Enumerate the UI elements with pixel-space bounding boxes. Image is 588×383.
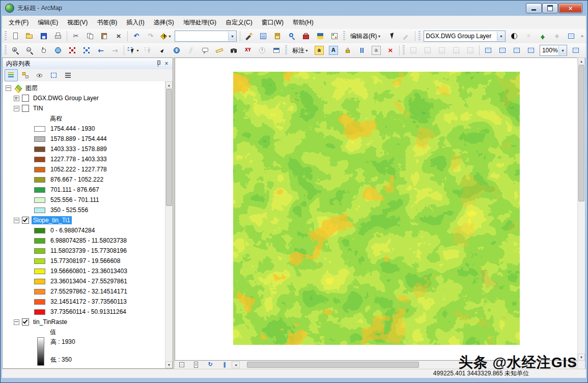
- layers-root-expander[interactable]: [6, 85, 11, 91]
- swipe-button[interactable]: [536, 30, 549, 42]
- edit-arrow-button[interactable]: [385, 30, 399, 42]
- scroll-up-arrow[interactable]: ▲: [578, 57, 585, 65]
- layer-expander-tin[interactable]: [14, 106, 19, 111]
- scroll-down-arrow[interactable]: ▼: [165, 361, 173, 368]
- layer-expander-slope-tin-ti1[interactable]: [14, 218, 19, 223]
- legend-swatch[interactable]: [34, 269, 45, 274]
- delete-button[interactable]: ×: [112, 30, 125, 42]
- toolbar-grip[interactable]: [285, 45, 287, 55]
- legend-swatch[interactable]: [34, 228, 45, 233]
- legend-swatch[interactable]: [34, 126, 45, 132]
- scroll-down-arrow[interactable]: ▼: [578, 353, 585, 361]
- select-features-dropdown-arrow[interactable]: ▼: [136, 49, 139, 52]
- layer-label-slope-tin-ti1[interactable]: Slope_tin_Ti1: [32, 216, 72, 224]
- toolbar-grip[interactable]: [343, 31, 345, 41]
- list-by-visibility-button[interactable]: [33, 69, 46, 81]
- legend-swatch[interactable]: [34, 208, 45, 213]
- add-data-dropdown-arrow[interactable]: ▼: [168, 35, 172, 38]
- open-folder-button[interactable]: [23, 30, 36, 42]
- legend-swatch[interactable]: [34, 187, 45, 193]
- display-zoom-combo[interactable]: 100% ▼: [540, 45, 567, 56]
- scroll-up-arrow[interactable]: ▲: [165, 81, 173, 89]
- undo-button[interactable]: ↶: [130, 30, 143, 42]
- list-by-source-button[interactable]: [19, 69, 32, 81]
- scroll-thumb[interactable]: [247, 362, 419, 368]
- copy-button[interactable]: [83, 30, 97, 42]
- layers-root-label[interactable]: 图层: [24, 83, 39, 93]
- legend-swatch[interactable]: [34, 177, 45, 183]
- pan-button[interactable]: [37, 44, 50, 56]
- identify-button[interactable]: [170, 44, 183, 56]
- html-popup-button[interactable]: [199, 44, 212, 56]
- legend-swatch[interactable]: [34, 197, 45, 203]
- save-button[interactable]: [37, 30, 50, 42]
- toc-scrollbar[interactable]: ▲ ▼: [165, 81, 173, 368]
- map-scale-input[interactable]: [175, 32, 228, 40]
- scroll-thumb[interactable]: [578, 65, 584, 201]
- viewer-split-button[interactable]: [569, 44, 582, 56]
- catalog-button[interactable]: [271, 30, 284, 42]
- zoom-out-button[interactable]: [23, 44, 36, 56]
- print-button[interactable]: [51, 30, 65, 42]
- menu-item-3[interactable]: 视图(V): [63, 16, 92, 29]
- legend-swatch[interactable]: [34, 279, 45, 284]
- select-elements-button[interactable]: ►: [156, 44, 169, 56]
- menu-item-2[interactable]: 编辑(E): [33, 16, 63, 29]
- toolbar-grip[interactable]: [5, 31, 7, 41]
- go-to-xy-button[interactable]: XY: [241, 44, 255, 56]
- toc-autohide-button[interactable]: [154, 60, 162, 68]
- scroll-left-arrow[interactable]: ◄: [232, 361, 240, 368]
- menu-item-9[interactable]: 窗口(W): [257, 16, 288, 29]
- layer-expander-tin-tinraste[interactable]: [14, 319, 19, 325]
- contrast-button[interactable]: [508, 30, 521, 42]
- toolbar-grip[interactable]: [5, 45, 7, 55]
- menu-item-6[interactable]: 选择(S): [149, 16, 179, 29]
- layer-checkbox-dgx-dwg-group-layer[interactable]: [22, 95, 29, 102]
- label-weight-button[interactable]: A: [327, 44, 340, 56]
- pixel-table-3-button[interactable]: [510, 44, 523, 56]
- viewer-window-button[interactable]: [270, 44, 283, 56]
- layer-checkbox-tin-tinraste[interactable]: [22, 318, 29, 326]
- toolbar-grip[interactable]: [403, 45, 405, 55]
- back-button[interactable]: ←: [94, 44, 107, 56]
- view-unplaced-button[interactable]: a: [370, 44, 383, 56]
- pixel-table-1-button[interactable]: [482, 44, 495, 56]
- pause-labeling-button[interactable]: [355, 44, 369, 56]
- list-by-drawing-order-button[interactable]: [5, 69, 18, 81]
- new-document-button[interactable]: [9, 30, 22, 42]
- list-by-selection-button[interactable]: [47, 69, 61, 81]
- pixel-table-4-button[interactable]: [524, 44, 538, 56]
- effects-layer-combo[interactable]: DGX.DWG Group Layer ▼: [424, 31, 506, 42]
- menu-item-8[interactable]: 自定义(C): [221, 16, 257, 29]
- table-of-contents-button[interactable]: [257, 30, 270, 42]
- search-button[interactable]: [285, 30, 298, 42]
- legend-swatch[interactable]: [34, 136, 45, 142]
- stop-labeling-button[interactable]: ×: [384, 44, 397, 56]
- minimize-button[interactable]: [526, 3, 542, 13]
- legend-swatch[interactable]: [34, 146, 45, 152]
- map-canvas[interactable]: [175, 57, 578, 361]
- fixed-zoom-in-button[interactable]: [66, 44, 79, 56]
- arctoolbox-button[interactable]: [299, 30, 313, 42]
- effects-layer-dropdown-arrow[interactable]: ▼: [497, 32, 505, 41]
- legend-swatch[interactable]: [34, 289, 45, 294]
- display-zoom-dropdown-arrow[interactable]: ▼: [558, 46, 567, 55]
- menu-item-10[interactable]: 帮助(H): [288, 16, 318, 29]
- fixed-zoom-out-button[interactable]: [80, 44, 93, 56]
- map-scale-combo[interactable]: ▼: [175, 31, 237, 42]
- legend-swatch[interactable]: [34, 157, 45, 162]
- modelbuilder-button[interactable]: [328, 30, 341, 42]
- zoom-in-button[interactable]: [9, 44, 22, 56]
- full-extent-button[interactable]: [51, 44, 65, 56]
- legend-swatch[interactable]: [34, 258, 45, 264]
- legend-swatch[interactable]: [34, 248, 45, 254]
- add-data-button[interactable]: ▼: [158, 30, 173, 42]
- measure-button[interactable]: [213, 44, 226, 56]
- layer-label-dgx-dwg-group-layer[interactable]: DGX.DWG Group Layer: [32, 94, 100, 102]
- scroll-thumb[interactable]: [166, 89, 172, 206]
- menu-item-7[interactable]: 地理处理(G): [179, 16, 221, 29]
- menu-item-5[interactable]: 插入(I): [122, 16, 149, 29]
- close-button[interactable]: ×: [558, 3, 582, 13]
- toolbar-grip[interactable]: [418, 31, 421, 41]
- layer-expander-dgx-dwg-group-layer[interactable]: [14, 96, 19, 101]
